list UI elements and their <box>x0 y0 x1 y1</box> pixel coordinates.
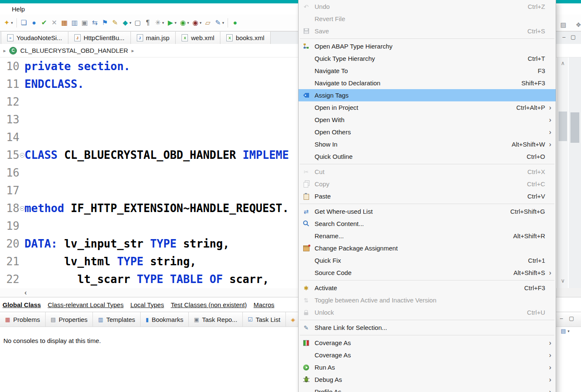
menu-item-label: Save <box>315 27 527 35</box>
share-link-icon: ✎ <box>304 325 309 331</box>
menu-item-quick-fix[interactable]: Quick FixCtrl+1 <box>299 254 556 267</box>
menu-item-navigate-to-declaration[interactable]: Navigate to DeclarationShift+F3 <box>299 77 556 89</box>
menu-item-open-others[interactable]: Open Others› <box>299 126 556 138</box>
view-tab-properties[interactable]: ▤Properties <box>46 312 93 327</box>
open-gui-icon[interactable]: ▱ <box>203 17 213 29</box>
search-icon[interactable]: ▨ <box>558 19 568 30</box>
menu-help[interactable]: Help <box>9 5 27 14</box>
icon-glyph: ❏ <box>20 19 28 26</box>
form-tab-global-class[interactable]: Global Class <box>3 301 41 308</box>
overview-ruler-marker[interactable] <box>570 112 579 143</box>
menu-item-assign-tags[interactable]: Assign Tags <box>299 89 556 101</box>
view-tab-problems[interactable]: ▦Problems <box>0 312 46 327</box>
menu-item-show-in[interactable]: Show InAlt+Shift+W› <box>299 138 556 150</box>
activate-icon[interactable]: ✎ <box>110 17 120 29</box>
refresh-icon[interactable]: ⇆ <box>90 17 100 29</box>
form-tab-macros[interactable]: Macros <box>254 301 274 308</box>
maximize-icon[interactable]: ▢ <box>569 315 574 321</box>
menu-item-search-content[interactable]: Search Content... <box>299 218 556 230</box>
menu-item-rename[interactable]: Rename...Alt+Shift+R <box>299 230 556 242</box>
editor-tab-youdaonotesi[interactable]: ≡YoudaoNoteSi... <box>1 32 68 44</box>
menu-item-paste[interactable]: PasteCtrl+V <box>299 190 556 202</box>
annotations-icon[interactable]: ✳▾ <box>153 17 166 29</box>
debug-attach-icon[interactable]: ● <box>29 17 39 29</box>
show-whitespace-icon[interactable]: ¶ <box>143 17 153 29</box>
print-icon[interactable]: ▣ <box>80 17 90 29</box>
menu-item-open-with[interactable]: Open With› <box>299 114 556 126</box>
icon-glyph: ◉ <box>192 19 199 26</box>
new-abap-repository-object-icon[interactable]: ◆▾ <box>120 17 133 29</box>
open-development-object-icon[interactable]: ❏ <box>19 17 29 29</box>
breadcrumb-expand-icon[interactable]: ▸ <box>3 48 6 54</box>
menu-item-label: Coverage As <box>315 351 545 359</box>
scroll-left-arrow-icon[interactable]: ‹ <box>24 289 27 296</box>
menu-item-label: Navigate To <box>315 67 538 74</box>
vertical-scrollbar[interactable]: ∧ ∨ <box>557 57 568 288</box>
view-tab-templates[interactable]: ▥Templates <box>93 312 141 327</box>
icon-glyph: ❖ <box>575 22 581 28</box>
file-icon: J <box>137 34 143 41</box>
view-tab-bookmarks[interactable]: ▮Bookmarks <box>141 312 189 327</box>
annotate-icon[interactable]: ✎▾ <box>213 17 225 29</box>
terminate-icon[interactable]: ✕ <box>49 17 60 29</box>
menu-item-profile-as[interactable]: Profile As› <box>299 386 556 392</box>
editor-tab-web-xml[interactable]: Xweb.xml <box>176 32 220 44</box>
menu-item-open-abap-type-hierarchy[interactable]: Open ABAP Type Hierarchy <box>299 40 556 52</box>
breadcrumb-class-name[interactable]: CL_BLUECRYSTAL_OBD_HANDLER <box>20 47 128 54</box>
menu-item-source-code[interactable]: Source CodeAlt+Shift+S› <box>299 267 556 279</box>
profile-flag-icon[interactable]: ⚑ <box>100 17 110 29</box>
menu-item-navigate-to[interactable]: Navigate ToF3 <box>299 65 556 77</box>
tag-icon <box>303 93 309 98</box>
problems-icon: ▦ <box>5 316 10 323</box>
coverage-icon[interactable]: ◉▾ <box>178 17 190 29</box>
scroll-up-arrow-icon[interactable]: ∧ <box>558 60 568 66</box>
maximize-icon[interactable]: ▢ <box>570 34 576 40</box>
minimize-icon[interactable]: ‒ <box>562 34 565 40</box>
perspective-icon[interactable]: ❖ <box>573 19 581 30</box>
menu-item-coverage-as[interactable]: Coverage As› <box>299 337 556 349</box>
console-display-selector[interactable]: ▤ ▾ <box>561 328 570 334</box>
scroll-down-arrow-icon[interactable]: ∨ <box>558 278 568 284</box>
new-wizard-icon[interactable]: ✦▾ <box>2 17 14 29</box>
menu-item-quick-type-hierarchy[interactable]: Quick Type HierarchyCtrl+T <box>299 52 556 65</box>
fold-marker[interactable] <box>20 153 24 158</box>
view-tab-task-list[interactable]: ☑Task List <box>243 312 286 327</box>
new-class-icon[interactable]: ▦ <box>60 17 70 29</box>
menu-item-get-where-used-list[interactable]: ⇄Get Where-used ListCtrl+Shift+G <box>299 205 556 218</box>
menu-item-share-link-for-selection[interactable]: ✎Share Link for Selection... <box>299 321 556 334</box>
form-tab-test-classes-non-existent[interactable]: Test Classes (non existent) <box>171 301 247 308</box>
editor-tab-books-xml[interactable]: Xbooks.xml <box>220 32 271 44</box>
breadcrumb-chevron-icon[interactable]: ▸ <box>131 48 134 54</box>
check-icon[interactable]: ✔ <box>39 17 49 29</box>
menu-item-quick-outline[interactable]: Quick OutlineCtrl+O <box>299 150 556 163</box>
menu-item-label: Coverage As <box>315 339 545 346</box>
profile-icon[interactable]: ◉▾ <box>190 17 203 29</box>
run-icon[interactable]: ▶▾ <box>166 17 178 29</box>
form-tab-class-relevant-local-types[interactable]: Class-relevant Local Types <box>48 301 124 308</box>
menu-item-run-as[interactable]: Run As› <box>299 361 556 373</box>
menu-item-open-in-project[interactable]: Open in ProjectCtrl+Alt+P› <box>299 101 556 114</box>
minimize-icon[interactable]: ‒ <box>560 315 563 321</box>
menu-item-activate[interactable]: ✱ActivateCtrl+F3 <box>299 282 556 294</box>
menu-item-debug-as[interactable]: Debug As› <box>299 373 556 386</box>
bookmarks-icon: ▮ <box>146 316 149 323</box>
form-tab-local-types[interactable]: Local Types <box>130 301 164 308</box>
menu-item-label: Revert File <box>315 15 545 22</box>
horizontal-scrollbar[interactable]: ‹ <box>0 288 298 297</box>
view-tab-task-repo[interactable]: ▣Task Repo... <box>189 312 243 327</box>
code-keyword: TYPE <box>117 255 144 268</box>
editor-tab-main-jsp[interactable]: Jmain.jsp <box>131 32 176 44</box>
icon-glyph: ▦ <box>61 19 68 26</box>
new-interface-icon[interactable]: ▥ <box>70 17 80 29</box>
fold-column <box>19 75 24 93</box>
editor-window-icon[interactable]: ▢ <box>133 17 143 29</box>
menu-item-change-package-assignment[interactable]: Change Package Assignment <box>299 242 556 254</box>
menu-item-coverage-as[interactable]: Coverage As› <box>299 349 556 361</box>
menu-item-label: Run As <box>315 364 545 371</box>
editor-tab-httpclientbu[interactable]: JHttpClientBu... <box>68 32 131 44</box>
menu-item-label: Cut <box>315 168 527 175</box>
menu-separator <box>300 38 554 39</box>
fold-marker[interactable] <box>20 206 24 211</box>
scrollbar-thumb[interactable] <box>559 112 567 141</box>
sync-icon[interactable]: ● <box>230 17 240 29</box>
